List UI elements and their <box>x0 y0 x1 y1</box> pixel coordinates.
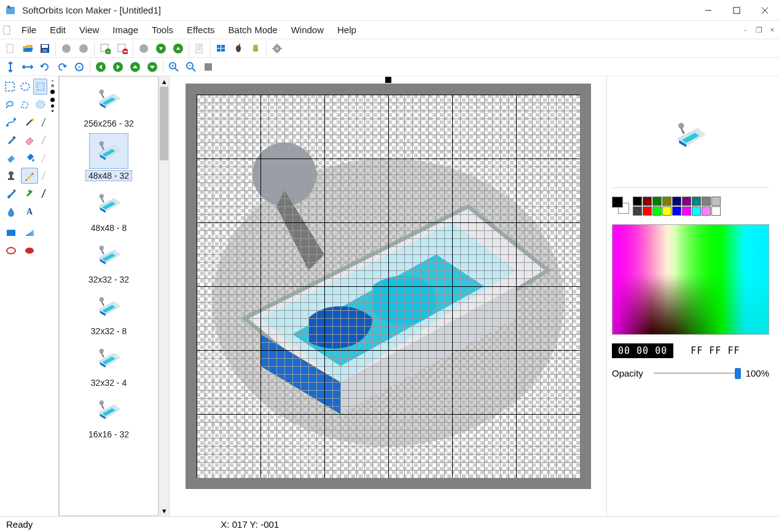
swatch[interactable] <box>672 197 681 206</box>
brush-tool[interactable] <box>2 186 20 201</box>
zoom-fit-button[interactable] <box>200 60 216 74</box>
color-field[interactable] <box>612 224 769 335</box>
swatch[interactable] <box>633 206 642 216</box>
mdi-close[interactable]: × <box>765 21 779 39</box>
swatch[interactable] <box>652 197 662 206</box>
size-item[interactable]: 32x32 - 4 <box>89 338 128 390</box>
pencil-tool[interactable] <box>21 168 38 184</box>
heal-tool[interactable] <box>21 186 38 201</box>
swatch[interactable] <box>682 206 691 216</box>
swatch[interactable] <box>711 206 721 216</box>
close-button[interactable] <box>751 0 779 21</box>
canvas-handle[interactable] <box>170 76 606 84</box>
magic-wand-tool[interactable] <box>21 114 38 130</box>
nav-left-button[interactable] <box>93 60 109 74</box>
brush-size-picker[interactable] <box>49 79 56 95</box>
swatch[interactable] <box>633 197 642 206</box>
scroll-up-icon[interactable]: ▴ <box>159 76 169 87</box>
line-style-d[interactable] <box>39 168 48 184</box>
ellipse-shape-tool[interactable] <box>2 243 20 259</box>
swatch[interactable] <box>711 197 721 206</box>
lasso-tool[interactable] <box>2 96 17 112</box>
sizes-scrollbar[interactable]: ▴ ▾ <box>159 76 169 516</box>
remove-image-button[interactable] <box>114 41 130 56</box>
swatch[interactable] <box>643 206 652 216</box>
swatch[interactable] <box>662 197 671 206</box>
line-style-e[interactable] <box>39 186 48 201</box>
export-doc-button[interactable] <box>192 41 208 56</box>
bg-hex[interactable]: FF FF FF <box>684 343 746 358</box>
menu-tools[interactable]: Tools <box>145 21 180 39</box>
undo-button[interactable] <box>58 41 74 56</box>
swatch[interactable] <box>643 197 652 206</box>
add-image-button[interactable]: + <box>97 41 113 56</box>
size-item[interactable]: 16x16 - 32 <box>88 390 129 442</box>
size-item[interactable]: 256x256 - 32 <box>84 79 134 131</box>
bezier-tool[interactable] <box>2 114 20 130</box>
swatch[interactable] <box>652 206 662 216</box>
opacity-dots[interactable] <box>49 96 56 112</box>
rotate-cw-button[interactable] <box>54 60 70 74</box>
menu-batch-mode[interactable]: Batch Mode <box>222 21 284 39</box>
select-rect-dashed-tool[interactable] <box>2 79 17 95</box>
size-item[interactable]: 32x32 - 32 <box>88 235 129 287</box>
windows-icon[interactable] <box>213 41 229 56</box>
size-item[interactable]: 32x32 - 8 <box>89 287 128 338</box>
bucket-tool[interactable] <box>21 150 38 166</box>
apple-icon[interactable] <box>230 41 246 56</box>
minimize-button[interactable] <box>694 0 722 21</box>
scroll-down-icon[interactable]: ▾ <box>159 506 169 516</box>
menu-edit[interactable]: Edit <box>43 21 72 39</box>
android-icon[interactable] <box>248 41 264 56</box>
opacity-slider[interactable] <box>654 367 741 379</box>
play-up-button[interactable] <box>170 41 186 56</box>
swatch[interactable] <box>702 206 711 216</box>
flip-horizontal-button[interactable] <box>20 60 36 74</box>
settings-button[interactable] <box>269 41 285 56</box>
menu-view[interactable]: View <box>72 21 106 39</box>
gradient-shape-tool[interactable] <box>21 225 38 241</box>
stamp-tool[interactable] <box>2 168 20 184</box>
eyedropper-tool[interactable] <box>2 132 20 148</box>
rotate-angle-button[interactable]: X <box>71 60 87 74</box>
color-select-tool[interactable] <box>33 96 47 112</box>
open-button[interactable] <box>20 41 36 56</box>
select-ellipse-tool[interactable] <box>18 79 32 95</box>
line-style-b[interactable] <box>39 132 48 148</box>
size-item[interactable]: 48x48 - 8 <box>89 184 128 235</box>
fg-hex[interactable]: 00 00 00 <box>612 343 673 358</box>
zoom-out-button[interactable] <box>183 60 199 74</box>
blur-tool[interactable] <box>2 203 20 219</box>
swatch[interactable] <box>682 197 691 206</box>
menu-image[interactable]: Image <box>106 21 145 39</box>
mdi-minimize[interactable]: - <box>738 21 752 39</box>
rect-shape-tool[interactable] <box>2 225 20 241</box>
line-style-a[interactable] <box>39 114 48 130</box>
swatch[interactable] <box>692 206 701 216</box>
swatch[interactable] <box>702 197 711 206</box>
fg-bg-colors[interactable] <box>612 197 629 214</box>
record-button[interactable] <box>136 41 152 56</box>
zoom-in-button[interactable] <box>166 60 182 74</box>
maximize-button[interactable] <box>722 0 751 21</box>
pixel-canvas[interactable] <box>197 95 580 478</box>
replace-color-tool[interactable] <box>2 150 20 166</box>
mdi-restore[interactable]: ❐ <box>752 21 765 39</box>
eraser-tool[interactable] <box>21 132 38 148</box>
nav-right-button[interactable] <box>110 60 126 74</box>
swatch[interactable] <box>692 197 701 206</box>
swatch[interactable] <box>662 206 671 216</box>
menu-help[interactable]: Help <box>331 21 363 39</box>
play-down-button[interactable] <box>153 41 169 56</box>
nav-down-button[interactable] <box>144 60 160 74</box>
polygon-select-tool[interactable] <box>18 96 32 112</box>
select-rect-tool[interactable] <box>33 79 47 95</box>
menu-file[interactable]: File <box>15 21 43 39</box>
flip-vertical-button[interactable] <box>2 60 18 74</box>
filled-ellipse-tool[interactable] <box>21 243 38 259</box>
new-button[interactable] <box>2 41 18 56</box>
nav-up-button[interactable] <box>127 60 143 74</box>
swatch[interactable] <box>672 206 681 216</box>
menu-window[interactable]: Window <box>284 21 331 39</box>
rotate-ccw-button[interactable] <box>37 60 53 74</box>
